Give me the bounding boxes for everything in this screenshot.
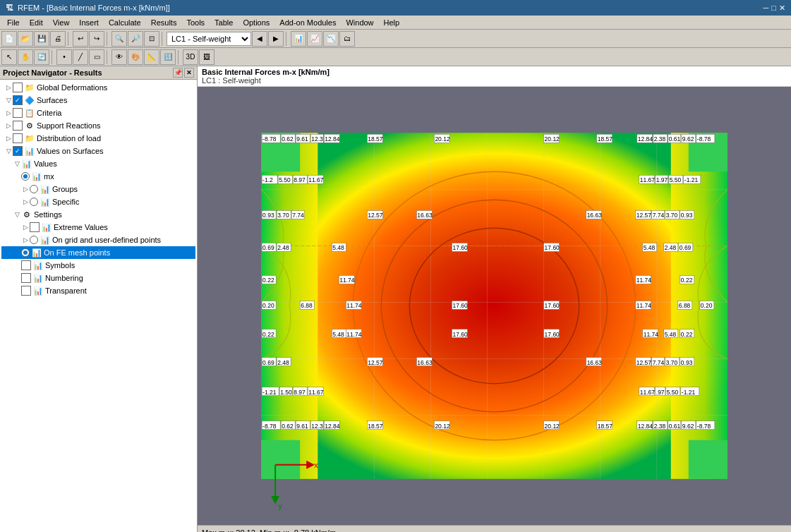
expand-vals-icon[interactable]: ▽: [13, 159, 21, 168]
menu-options[interactable]: Options: [238, 18, 274, 28]
svg-text:-8.78: -8.78: [262, 423, 277, 430]
tb-view3[interactable]: 📉: [323, 31, 339, 47]
expand-settings-icon[interactable]: ▽: [13, 210, 21, 219]
tree-specific[interactable]: ▷ 📊 Specific: [1, 195, 195, 208]
expand-grid-icon[interactable]: ▷: [21, 236, 30, 244]
tb-render[interactable]: 🖼: [199, 49, 215, 65]
check-dist[interactable]: [13, 133, 23, 143]
tb-prev[interactable]: ◀: [252, 31, 267, 47]
tree-extreme-values[interactable]: ▷ 📊 Extreme Values: [1, 221, 195, 234]
tb-zoom-in[interactable]: 🔍: [111, 31, 127, 47]
tree-support-reactions[interactable]: ▷ ⚙ Support Reactions: [1, 119, 195, 132]
tb-node[interactable]: •: [56, 49, 72, 65]
tree-symbols[interactable]: 📊 Symbols: [1, 259, 195, 272]
tree-settings[interactable]: ▽ ⚙ Settings: [1, 208, 195, 221]
tb-redo[interactable]: ↪: [89, 31, 104, 47]
tb-save[interactable]: 💾: [34, 31, 49, 47]
expand-criteria-icon[interactable]: ▷: [4, 109, 13, 117]
tb-display4[interactable]: 🔢: [160, 49, 176, 65]
tree-global-deformations[interactable]: ▷ 📁 Global Deformations: [1, 81, 195, 94]
check-numbering[interactable]: [21, 273, 31, 283]
menu-results[interactable]: Results: [147, 18, 181, 28]
check-extreme[interactable]: [30, 222, 40, 232]
close-btn[interactable]: ✕: [779, 4, 785, 13]
tb-zoom-out[interactable]: 🔎: [128, 31, 143, 47]
tb-rotate[interactable]: 🔄: [34, 49, 49, 65]
check-support[interactable]: [13, 121, 23, 131]
check-surfaces[interactable]: ✓: [13, 95, 23, 105]
tree-numbering[interactable]: 📊 Numbering: [1, 272, 195, 284]
check-global[interactable]: [13, 83, 23, 92]
tb-display3[interactable]: 📐: [144, 49, 159, 65]
tb-open[interactable]: 📂: [18, 31, 33, 47]
menu-help[interactable]: Help: [380, 18, 404, 28]
expand-specific-icon[interactable]: ▷: [21, 198, 30, 206]
radio-specific[interactable]: [30, 198, 38, 206]
tree-values[interactable]: ▽ 📊 Values: [1, 157, 195, 170]
expand-support-icon[interactable]: ▷: [4, 121, 13, 130]
tree-on-grid[interactable]: ▷ 📊 On grid and user-defined points: [1, 234, 195, 246]
radio-groups[interactable]: [30, 185, 38, 193]
sep7: [178, 50, 181, 64]
minimize-btn[interactable]: ─: [763, 4, 769, 12]
criteria-icon: 📋: [24, 107, 35, 119]
tree-values-surfaces[interactable]: ▽ ✓ 📊 Values on Surfaces: [1, 145, 195, 157]
expand-icon[interactable]: ▷: [4, 83, 13, 92]
expand-extreme-icon[interactable]: ▷: [21, 223, 30, 231]
tb-display2[interactable]: 🎨: [128, 49, 143, 65]
menu-calculate[interactable]: Calculate: [104, 18, 145, 28]
svg-text:12.57: 12.57: [368, 359, 383, 366]
menu-view[interactable]: View: [49, 18, 74, 28]
diagram-area[interactable]: -8.78 0.62 9.61 12.3 12.84 18.57 20.12 2…: [198, 87, 791, 532]
tree-distribution-load[interactable]: ▷ 📁 Distribution of load: [1, 132, 195, 145]
tree-mx[interactable]: 📊 mx: [1, 170, 195, 183]
tb-display1[interactable]: 👁: [111, 49, 127, 65]
svg-text:2.38: 2.38: [654, 423, 666, 430]
sidebar-close[interactable]: ✕: [184, 68, 194, 78]
svg-text:0.69: 0.69: [262, 359, 274, 366]
menu-file[interactable]: File: [3, 18, 24, 28]
svg-text:20.12: 20.12: [545, 135, 560, 143]
svg-text:17.60: 17.60: [545, 331, 560, 338]
lc-selector[interactable]: LC1 - Self-weight: [167, 32, 251, 46]
sidebar-pin[interactable]: 📌: [173, 68, 183, 78]
tree-on-fe-mesh[interactable]: 📊 On FE mesh points: [1, 246, 195, 259]
menu-window[interactable]: Window: [342, 18, 378, 28]
menu-table[interactable]: Table: [210, 18, 237, 28]
tb-move[interactable]: ✋: [18, 49, 33, 65]
expand-dist-icon[interactable]: ▷: [4, 134, 13, 143]
menu-edit[interactable]: Edit: [25, 18, 47, 28]
menu-addon[interactable]: Add-on Modules: [275, 18, 340, 28]
tb-view4[interactable]: 🗂: [339, 31, 355, 47]
tb-new[interactable]: 📄: [1, 31, 17, 47]
expand-values-icon[interactable]: ▽: [4, 147, 13, 155]
radio-mx[interactable]: [21, 172, 30, 181]
check-values-surfaces[interactable]: ✓: [13, 146, 23, 156]
tb-x3d[interactable]: 3D: [183, 49, 198, 65]
tb-surface[interactable]: ▭: [89, 49, 104, 65]
tree-groups[interactable]: ▷ 📊 Groups: [1, 183, 195, 195]
tb-zoom-fit[interactable]: ⊡: [144, 31, 159, 47]
label-distribution-load: Distribution of load: [37, 134, 101, 143]
tb-undo[interactable]: ↩: [73, 31, 88, 47]
check-symbols[interactable]: [21, 260, 31, 270]
tree-surfaces[interactable]: ▽ ✓ 🔷 Surfaces: [1, 94, 195, 107]
maximize-btn[interactable]: □: [771, 4, 776, 12]
tb-print[interactable]: 🖨: [50, 31, 66, 47]
menu-tools[interactable]: Tools: [182, 18, 209, 28]
svg-text:x: x: [314, 461, 318, 469]
tb-view2[interactable]: 📈: [307, 31, 322, 47]
tb-select[interactable]: ↖: [1, 49, 17, 65]
tree-criteria[interactable]: ▷ 📋 Criteria: [1, 107, 195, 119]
tb-line[interactable]: ╱: [73, 49, 88, 65]
expand-groups-icon[interactable]: ▷: [21, 185, 30, 193]
tb-next[interactable]: ▶: [268, 31, 284, 47]
menu-insert[interactable]: Insert: [75, 18, 103, 28]
radio-grid[interactable]: [30, 236, 38, 244]
radio-fe-mesh[interactable]: [21, 248, 30, 257]
check-transparent[interactable]: [21, 286, 31, 296]
tb-view1[interactable]: 📊: [291, 31, 306, 47]
expand-surfaces-icon[interactable]: ▽: [4, 96, 13, 104]
check-criteria[interactable]: [13, 108, 23, 118]
tree-transparent[interactable]: 📊 Transparent: [1, 284, 195, 297]
